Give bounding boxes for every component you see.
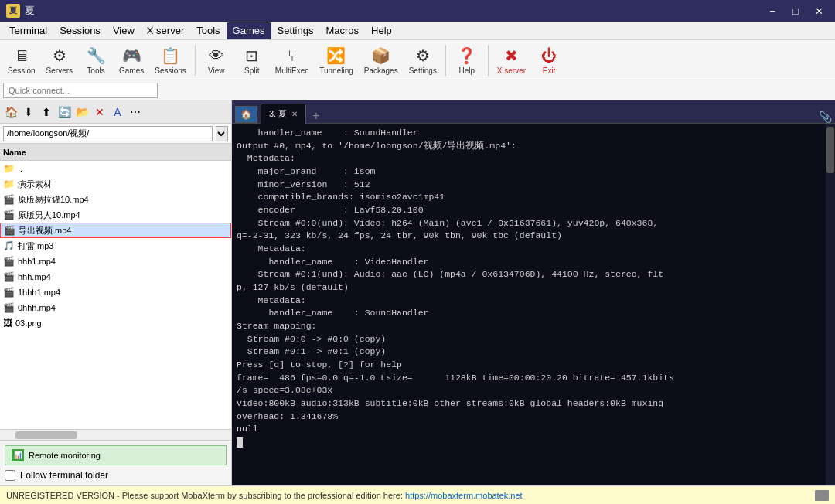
file-item[interactable]: 🎬原版男人10.mp4 bbox=[0, 207, 231, 223]
toolbar-item-packages[interactable]: 📦Packages bbox=[360, 43, 403, 78]
terminal[interactable]: handler_name : SoundHandlerOutput #0, mp… bbox=[232, 124, 826, 485]
toolbar-item-multiexec[interactable]: ⑂MultiExec bbox=[271, 43, 313, 78]
file-item[interactable]: 🖼03.png bbox=[0, 315, 231, 331]
name-column-header: Name bbox=[3, 148, 26, 157]
terminal-line: frame= 486 fps=0.0 q=-1.0 Lsize= 1128kB … bbox=[237, 372, 821, 385]
sessions-label: Sessions bbox=[155, 66, 186, 75]
status-link[interactable]: https://mobaxterm.mobatek.net bbox=[405, 491, 523, 500]
file-refresh-button[interactable]: 🔄 bbox=[56, 104, 73, 121]
packages-icon: 📦 bbox=[370, 45, 392, 66]
file-home-button[interactable]: 🏠 bbox=[2, 104, 19, 121]
toolbar-item-tunneling[interactable]: 🔀Tunneling bbox=[315, 43, 358, 78]
folder-icon: 📁 bbox=[3, 163, 15, 174]
file-list-header: Name bbox=[0, 144, 231, 161]
exit-label: Exit bbox=[543, 66, 556, 75]
help-icon: ❓ bbox=[456, 45, 478, 66]
terminal-line: Press [q] to stop, [?] for help bbox=[237, 359, 821, 372]
file-item[interactable]: 📁演示素材 bbox=[0, 176, 231, 192]
toolbar-item-sessions[interactable]: 📋Sessions bbox=[150, 43, 191, 78]
file-download-button[interactable]: ⬇ bbox=[20, 104, 37, 121]
title-bar: 夏 夏 − □ ✕ bbox=[0, 0, 835, 22]
horizontal-scrollbar[interactable] bbox=[0, 429, 231, 440]
menu-item-tools[interactable]: Tools bbox=[190, 22, 226, 39]
file-more-button[interactable]: ⋯ bbox=[127, 104, 144, 121]
status-bar: UNREGISTERED VERSION - Please support Mo… bbox=[0, 485, 835, 504]
mp3-icon: 🎵 bbox=[3, 240, 15, 251]
toolbar-item-tools[interactable]: 🔧Tools bbox=[79, 43, 113, 78]
remote-monitoring-button[interactable]: 📊 Remote monitoring bbox=[5, 445, 227, 465]
file-item[interactable]: 🎬1hhh1.mp4 bbox=[0, 284, 231, 300]
terminal-scroll-thumb[interactable] bbox=[826, 127, 834, 173]
tab-home[interactable]: 🏠 bbox=[235, 106, 257, 123]
screen-icon bbox=[815, 490, 829, 501]
toolbar-separator bbox=[195, 45, 196, 76]
toolbar-item-split[interactable]: ⊡Split bbox=[235, 43, 269, 78]
terminal-line: p, 127 kb/s (default) bbox=[237, 281, 821, 295]
toolbar-item-exit[interactable]: ⏻Exit bbox=[532, 43, 566, 78]
path-dropdown[interactable]: ▼ bbox=[216, 126, 228, 141]
file-item[interactable]: 🎬导出视频.mp4 bbox=[0, 223, 231, 238]
menu-item-games[interactable]: Games bbox=[227, 22, 271, 39]
quick-connect-input[interactable] bbox=[3, 83, 158, 98]
file-item[interactable]: 🎬hhh.mp4 bbox=[0, 269, 231, 284]
session-label: Session bbox=[8, 66, 36, 75]
file-item[interactable]: 🎬0hhh.mp4 bbox=[0, 300, 231, 315]
toolbar-item-settings[interactable]: ⚙Settings bbox=[404, 43, 441, 78]
path-input[interactable] bbox=[3, 126, 213, 141]
close-button[interactable]: ✕ bbox=[809, 3, 829, 19]
monitor-icon: 📊 bbox=[12, 449, 24, 461]
file-delete-button[interactable]: ✕ bbox=[91, 104, 108, 121]
scrollbar-thumb[interactable] bbox=[15, 431, 77, 439]
file-newfolder-button[interactable]: 📂 bbox=[73, 104, 90, 121]
mp4-icon: 🎬 bbox=[3, 271, 15, 282]
file-upload-button[interactable]: ⬆ bbox=[38, 104, 55, 121]
file-item[interactable]: 📁.. bbox=[0, 161, 231, 176]
menu-item-terminal[interactable]: Terminal bbox=[3, 22, 53, 39]
mp4-icon: 🎬 bbox=[3, 302, 15, 313]
file-item[interactable]: 🎬原版易拉罐10.mp4 bbox=[0, 192, 231, 207]
file-name: 0hhh.mp4 bbox=[18, 303, 56, 312]
games-icon: 🎮 bbox=[121, 45, 142, 66]
menu-item-macros[interactable]: Macros bbox=[319, 22, 365, 39]
toolbar-item-servers[interactable]: ⚙Servers bbox=[42, 43, 77, 78]
servers-label: Servers bbox=[46, 66, 73, 75]
menu-item-sessions[interactable]: Sessions bbox=[53, 22, 107, 39]
view-icon: 👁 bbox=[206, 45, 227, 66]
file-rename-button[interactable]: A bbox=[109, 104, 126, 121]
new-tab-button[interactable]: + bbox=[306, 109, 325, 123]
games-label: Games bbox=[119, 66, 144, 75]
file-list: 📁..📁演示素材🎬原版易拉罐10.mp4🎬原版男人10.mp4🎬导出视频.mp4… bbox=[0, 161, 231, 331]
tools-label: Tools bbox=[87, 66, 104, 75]
toolbar-item-games[interactable]: 🎮Games bbox=[114, 43, 148, 78]
maximize-button[interactable]: □ bbox=[786, 3, 806, 19]
left-bottom: 📊 Remote monitoring Follow terminal fold… bbox=[0, 440, 231, 485]
menu-item-view[interactable]: View bbox=[107, 22, 141, 39]
menu-item-help[interactable]: Help bbox=[365, 22, 398, 39]
terminal-tab-active[interactable]: 3. 夏 ✕ bbox=[261, 104, 306, 124]
toolbar-item-session[interactable]: 🖥Session bbox=[3, 43, 40, 78]
toolbar-item-help[interactable]: ❓Help bbox=[450, 43, 484, 78]
file-item[interactable]: 🎬hhh1.mp4 bbox=[0, 254, 231, 269]
title-bar-left: 夏 夏 bbox=[6, 4, 35, 18]
menu-item-x-server[interactable]: X server bbox=[141, 22, 190, 39]
terminal-line: Metadata: bbox=[237, 152, 821, 165]
follow-folder-checkbox[interactable] bbox=[5, 470, 15, 481]
title-text: 夏 bbox=[25, 4, 35, 18]
terminal-line: Stream #0:0 -> #0:0 (copy) bbox=[237, 333, 821, 346]
xserver-label: X server bbox=[497, 66, 526, 75]
menu-item-settings[interactable]: Settings bbox=[271, 22, 320, 39]
png-icon: 🖼 bbox=[3, 318, 12, 329]
file-item[interactable]: 🎵打雷.mp3 bbox=[0, 238, 231, 254]
terminal-scrollbar[interactable] bbox=[826, 124, 835, 485]
tab-bar-right[interactable]: 📎 bbox=[819, 111, 832, 123]
minimize-button[interactable]: − bbox=[762, 3, 782, 19]
tab-close-button[interactable]: ✕ bbox=[291, 110, 298, 118]
toolbar-item-xserver[interactable]: ✖X server bbox=[492, 43, 530, 78]
terminal-area: handler_name : SoundHandlerOutput #0, mp… bbox=[232, 124, 835, 485]
settings-label: Settings bbox=[409, 66, 437, 75]
packages-label: Packages bbox=[364, 66, 398, 75]
toolbar-item-view[interactable]: 👁View bbox=[199, 43, 233, 78]
settings-icon: ⚙ bbox=[412, 45, 434, 66]
terminal-line: overhead: 1.341678% bbox=[237, 410, 821, 424]
terminal-line: encoder : Lavf58.20.100 bbox=[237, 204, 821, 217]
